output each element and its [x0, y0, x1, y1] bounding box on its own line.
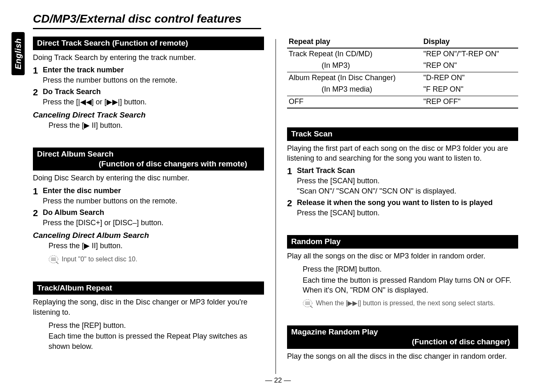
step-text: Press the [DISC+] or [DISC–] button. [43, 218, 264, 228]
table-header: Display [422, 37, 518, 48]
step-title: Start Track Scan [297, 166, 518, 175]
section-track-album-repeat: Track/Album Repeat Replaying the song, d… [33, 281, 264, 351]
section-desc: Replaying the song, disc in the Disc cha… [33, 297, 264, 317]
step-number: 1 [287, 166, 297, 196]
language-tab-label: English [14, 38, 23, 69]
step-number: 2 [287, 198, 297, 218]
language-tab: English [12, 32, 25, 75]
table-cell: "D-REP ON" [422, 72, 518, 84]
note: When the [▶▶|] button is pressed, the ne… [303, 299, 518, 308]
step-number: 1 [33, 66, 43, 85]
step-title: Enter the disc number [43, 187, 264, 195]
section-magazine-random-play: Magazine Random Play (Function of disc c… [287, 325, 518, 361]
table-cell: "F REP ON" [422, 84, 518, 96]
table-cell: (In MP3) [287, 60, 422, 72]
header-line1: Magazine Random Play [291, 327, 378, 336]
page-number: — 22 — [265, 376, 291, 385]
step-title: Enter the track number [43, 66, 264, 74]
section-desc: Doing Track Search by entering the track… [33, 53, 264, 62]
step: 2 Do Album Search Press the [DISC+] or [… [33, 208, 264, 228]
step: 2 Do Track Search Press the [|◀◀] or [▶▶… [33, 88, 264, 107]
note-icon [303, 299, 313, 308]
header-line2: (Function of disc changer) [291, 337, 514, 347]
section-header: Direct Album Search (Function of disc ch… [33, 148, 264, 171]
column-divider [276, 39, 276, 374]
step-text: Press the number buttons on the remote. [43, 75, 264, 85]
step: 2 Release it when the song you want to l… [287, 198, 518, 218]
step-title: Release it when the song you want to lis… [297, 198, 518, 207]
cancel-heading: Canceling Direct Album Search [33, 231, 264, 240]
section-desc: Doing Disc Search by entering the disc n… [33, 173, 264, 183]
table-cell: (In MP3 media) [287, 84, 422, 96]
step-number: 1 [33, 187, 43, 206]
cancel-text: Press the [▶ II] button. [49, 120, 264, 130]
step: 1 Start Track Scan Press the [SCAN] butt… [287, 166, 518, 196]
note-text: When the [▶▶|] button is pressed, the ne… [316, 299, 495, 308]
step-text: "Scan ON"/ "SCAN ON"/ "SCN ON" is displa… [297, 186, 518, 196]
cancel-text: Press the [▶ II] button. [49, 241, 264, 251]
header-line2: (Function of disc changers with remote) [37, 159, 260, 169]
press-text: Each time the button is pressed Random P… [303, 275, 518, 295]
press-text: Each time the button is pressed the Repe… [49, 331, 264, 351]
header-line1: Direct Album Search [37, 150, 114, 158]
section-track-scan: Track Scan Playing the first part of eac… [287, 127, 518, 218]
section-desc: Play all the songs on the disc or MP3 fo… [287, 251, 518, 261]
press-instruction: Press the [REP] button. [49, 321, 264, 330]
section-direct-album-search: Direct Album Search (Function of disc ch… [33, 148, 264, 264]
step: 1 Enter the track number Press the numbe… [33, 66, 264, 85]
section-desc: Playing the first part of each song on t… [287, 143, 518, 164]
table-cell: "REP OFF" [422, 96, 518, 108]
cancel-heading: Canceling Direct Track Search [33, 111, 264, 120]
step-title: Do Track Search [43, 88, 264, 96]
table-cell: "REP ON" [422, 60, 518, 72]
table-header: Repeat play [287, 37, 422, 48]
step: 1 Enter the disc number Press the number… [33, 187, 264, 206]
section-desc: Play the songs on all the discs in the d… [287, 351, 518, 361]
step-text: Press the [|◀◀] or [▶▶|] button. [43, 97, 264, 107]
table-cell: Album Repeat (In Disc Changer) [287, 72, 422, 84]
repeat-play-table: Repeat play Display Track Repeat (In CD/… [287, 37, 518, 108]
section-header: Track/Album Repeat [33, 281, 264, 295]
step-text: Press the [SCAN] button. [297, 208, 518, 218]
step-text: Press the [SCAN] button. [297, 176, 518, 186]
table-cell: Track Repeat (In CD/MD) [287, 48, 422, 60]
section-header: Direct Track Search (Function of remote) [33, 37, 264, 50]
section-header: Random Play [287, 235, 518, 249]
step-number: 2 [33, 208, 43, 228]
press-instruction: Press the [RDM] button. [303, 264, 518, 274]
note: Input "0" to select disc 10. [49, 255, 264, 264]
section-direct-track-search: Direct Track Search (Function of remote)… [33, 37, 264, 130]
step-text: Press the number buttons on the remote. [43, 196, 264, 206]
section-random-play: Random Play Play all the songs on the di… [287, 235, 518, 308]
note-text: Input "0" to select disc 10. [62, 255, 137, 264]
page-title: CD/MP3/External disc control features [33, 12, 261, 29]
step-number: 2 [33, 88, 43, 107]
note-icon [49, 255, 59, 264]
section-header: Magazine Random Play (Function of disc c… [287, 325, 518, 349]
step-title: Do Album Search [43, 208, 264, 217]
table-cell: "REP ON"/"T-REP ON" [422, 48, 518, 60]
section-header: Track Scan [287, 127, 518, 141]
table-cell: OFF [287, 96, 422, 108]
